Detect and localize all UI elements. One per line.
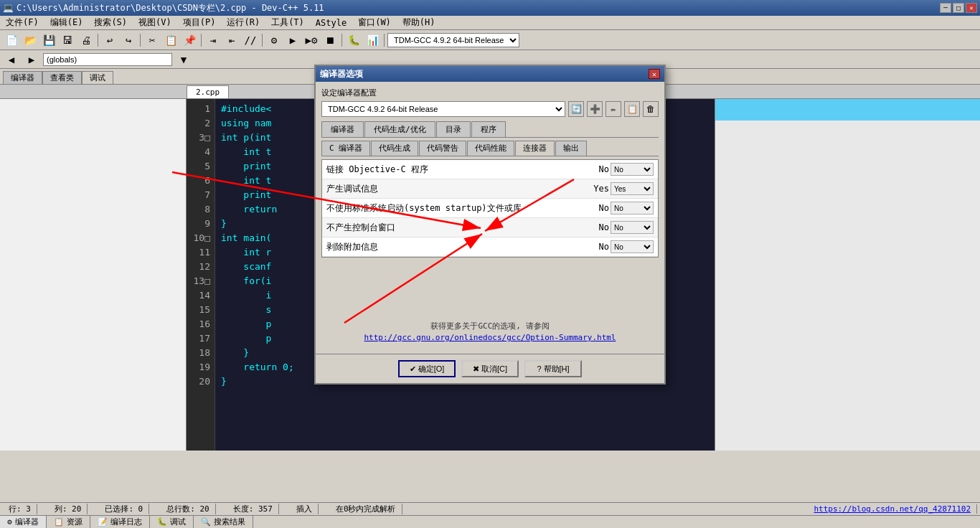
dialog-body: 设定编译器配置 TDM-GCC 4.9.2 64-bit Release 🔄 ➕… (316, 82, 664, 354)
config-rename-button[interactable]: ✏ (606, 101, 621, 117)
config-copy-button[interactable]: 📋 (624, 101, 640, 117)
setting-value-1: Yes (593, 184, 609, 194)
dialog-overlay: 编译器选项 ✕ 设定编译器配置 TDM-GCC 4.9.2 64-bit Rel… (0, 0, 980, 528)
dialog-tab-compiler[interactable]: 编译器 (321, 121, 364, 137)
dialog-tab-program[interactable]: 程序 (471, 121, 506, 137)
setting-value-3: No (599, 222, 609, 232)
setting-dropdown-4[interactable]: NoYes (611, 240, 654, 253)
dialog-subtab-codegen[interactable]: 代码生成 (371, 141, 418, 156)
setting-dropdown-3[interactable]: NoYes (611, 221, 654, 234)
dialog-title-bar: 编译器选项 ✕ (316, 66, 664, 82)
config-refresh-button[interactable]: 🔄 (568, 101, 584, 117)
dialog-subtab-warnings[interactable]: 代码警告 (419, 141, 466, 156)
setting-dropdown-1[interactable]: YesNo (611, 182, 654, 195)
dialog-title-text: 编译器选项 (320, 68, 363, 80)
config-add-button[interactable]: ➕ (587, 101, 603, 117)
dialog-subtab-perf[interactable]: 代码性能 (467, 141, 514, 156)
cancel-button[interactable]: ✖ 取消[C] (461, 360, 519, 377)
dialog-config-row: TDM-GCC 4.9.2 64-bit Release 🔄 ➕ ✏ 📋 🗑 (321, 101, 659, 117)
settings-empty-space (321, 258, 659, 315)
dialog-close-button[interactable]: ✕ (649, 69, 660, 79)
setting-label-2: 不使用标准系统启动(system startup)文件或库 (326, 202, 522, 214)
info-text: 获得更多关于GCC的选项, 请参阅 (321, 321, 659, 331)
setting-dropdown-0[interactable]: NoYes (611, 163, 654, 176)
dialog-subtab-c-compiler[interactable]: C 编译器 (321, 141, 370, 156)
dialog-buttons: ✔ 确定[O] ✖ 取消[C] ? 帮助[H] (316, 354, 664, 383)
setting-label-3: 不产生控制台窗口 (326, 222, 395, 234)
setting-row-4: 剥除附加信息 No NoYes (322, 237, 658, 257)
compiler-options-dialog: 编译器选项 ✕ 设定编译器配置 TDM-GCC 4.9.2 64-bit Rel… (314, 65, 666, 385)
setting-row-2: 不使用标准系统启动(system startup)文件或库 No NoYes (322, 199, 658, 218)
settings-container: 链接 Objective-C 程序 No NoYes 产生调试信息 Yes Ye… (321, 159, 659, 258)
config-delete-button[interactable]: 🗑 (643, 101, 659, 117)
dialog-main-tabs: 编译器 代码生成/优化 目录 程序 (321, 121, 659, 138)
setting-label-1: 产生调试信息 (326, 183, 378, 195)
help-button[interactable]: ? 帮助[H] (524, 360, 582, 377)
dialog-tab-codegen[interactable]: 代码生成/优化 (364, 121, 435, 137)
dialog-tab-directory[interactable]: 目录 (436, 121, 471, 137)
dialog-subtabs: C 编译器 代码生成 代码警告 代码性能 连接器 输出 (321, 141, 659, 156)
dialog-subtab-linker[interactable]: 连接器 (515, 141, 555, 156)
setting-row-3: 不产生控制台窗口 No NoYes (322, 218, 658, 237)
ok-button[interactable]: ✔ 确定[O] (398, 360, 456, 377)
setting-row-0: 链接 Objective-C 程序 No NoYes (322, 160, 658, 179)
dialog-config-select[interactable]: TDM-GCC 4.9.2 64-bit Release (321, 101, 565, 117)
dialog-subtab-output[interactable]: 输出 (555, 141, 587, 156)
setting-value-4: No (599, 242, 609, 252)
setting-label-4: 剥除附加信息 (326, 241, 378, 253)
setting-label-0: 链接 Objective-C 程序 (326, 164, 428, 176)
info-link[interactable]: http://gcc.gnu.org/onlinedocs/gcc/Option… (321, 333, 659, 342)
setting-row-1: 产生调试信息 Yes YesNo (322, 179, 658, 199)
setting-value-2: No (599, 203, 609, 213)
dialog-section-label: 设定编译器配置 (321, 88, 659, 98)
setting-value-0: No (599, 164, 609, 174)
setting-dropdown-2[interactable]: NoYes (611, 202, 654, 214)
